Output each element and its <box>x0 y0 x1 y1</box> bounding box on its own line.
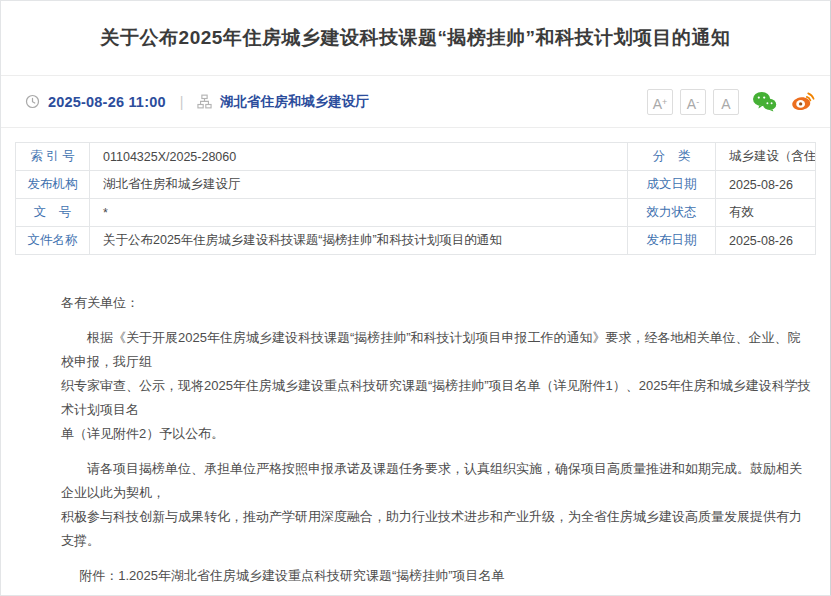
index-number-label: 索 引 号 <box>16 143 90 171</box>
paragraph-1: 根据《关于开展2025年住房城乡建设科技课题“揭榜挂帅”和科技计划项目申报工作的… <box>61 326 811 446</box>
attachment-item-1: 1.2025年湖北省住房城乡建设重点科技研究课题“揭榜挂帅”项目名单 <box>118 568 504 583</box>
meta-separator: | <box>180 94 184 110</box>
meta-right: A+ A- A <box>647 89 816 115</box>
paragraph-2: 请各项目揭榜单位、承担单位严格按照申报承诺及课题任务要求，认真组织实施，确保项目… <box>61 457 811 553</box>
table-row: 索 引 号 01104325X/2025-28060 分 类 城乡建设（含住房） <box>16 143 816 171</box>
font-decrease-label: A <box>687 96 696 112</box>
index-number-value: 01104325X/2025-28060 <box>90 143 628 171</box>
category-label: 分 类 <box>628 143 716 171</box>
doc-number-value: * <box>90 199 628 227</box>
issue-date-value: 2025-08-26 <box>716 171 816 199</box>
doc-title-label: 文件名称 <box>16 227 90 255</box>
title-band: 关于公布2025年住房城乡建设科技课题“揭榜挂帅”和科技计划项目的通知 <box>1 1 830 76</box>
salutation: 各有关单位： <box>61 291 811 315</box>
table-row: 文 号 * 效力状态 有效 <box>16 199 816 227</box>
paragraph-line: 根据《关于开展2025年住房城乡建设科技课题“揭榜挂帅”和科技计划项目申报工作的… <box>61 326 811 374</box>
paragraph-line: 单（详见附件2）予以公布。 <box>61 422 811 446</box>
attachments-label: 附件： <box>79 568 118 583</box>
document-info-table: 索 引 号 01104325X/2025-28060 分 类 城乡建设（含住房）… <box>15 142 816 255</box>
validity-label: 效力状态 <box>628 199 716 227</box>
issuing-agency-label: 发布机构 <box>16 171 90 199</box>
publish-datetime: 2025-08-26 11:00 <box>48 94 166 110</box>
attachments-line-1: 附件：1.2025年湖北省住房城乡建设重点科技研究课题“揭榜挂帅”项目名单 <box>61 564 811 588</box>
document-body: 各有关单位： 根据《关于开展2025年住房城乡建设科技课题“揭榜挂帅”和科技计划… <box>1 255 830 596</box>
font-decrease-sup: - <box>696 97 699 107</box>
paragraph-line: 积极参与科技创新与成果转化，推动产学研用深度融合，助力行业技术进步和产业升级，为… <box>61 505 811 553</box>
font-increase-label: A <box>653 96 662 112</box>
paragraph-line: 织专家审查、公示，现将2025年住房城乡建设重点科技研究课题“揭榜挂帅”项目名单… <box>61 374 811 422</box>
publish-date-label: 发布日期 <box>628 227 716 255</box>
font-reset-label: A <box>721 96 730 112</box>
font-increase-sup: + <box>662 97 667 107</box>
notice-page: 关于公布2025年住房城乡建设科技课题“揭榜挂帅”和科技计划项目的通知 2025… <box>0 0 831 596</box>
category-value: 城乡建设（含住房） <box>716 143 816 171</box>
doc-number-label: 文 号 <box>16 199 90 227</box>
meta-left: 2025-08-26 11:00 | 湖北省住房和城乡建设厅 <box>25 93 369 111</box>
meta-bar: 2025-08-26 11:00 | 湖北省住房和城乡建设厅 A+ A- A <box>1 76 830 128</box>
page-title: 关于公布2025年住房城乡建设科技课题“揭榜挂帅”和科技计划项目的通知 <box>101 25 731 51</box>
font-decrease-button[interactable]: A- <box>680 89 706 115</box>
paragraph-line: 请各项目揭榜单位、承担单位严格按照申报承诺及课题任务要求，认真组织实施，确保项目… <box>61 457 811 505</box>
doc-title-value: 关于公布2025年住房城乡建设科技课题“揭榜挂帅”和科技计划项目的通知 <box>90 227 628 255</box>
validity-value: 有效 <box>716 199 816 227</box>
wechat-share-icon[interactable] <box>752 91 777 112</box>
table-row: 发布机构 湖北省住房和城乡建设厅 成文日期 2025-08-26 <box>16 171 816 199</box>
font-reset-button[interactable]: A <box>713 89 739 115</box>
publish-date-value: 2025-08-26 <box>716 227 816 255</box>
table-row: 文件名称 关于公布2025年住房城乡建设科技课题“揭榜挂帅”和科技计划项目的通知… <box>16 227 816 255</box>
issue-date-label: 成文日期 <box>628 171 716 199</box>
clock-icon <box>25 94 40 109</box>
source-department-link[interactable]: 湖北省住房和城乡建设厅 <box>220 93 369 111</box>
font-increase-button[interactable]: A+ <box>647 89 673 115</box>
issuing-agency-value: 湖北省住房和城乡建设厅 <box>90 171 628 199</box>
weibo-share-icon[interactable] <box>790 91 816 113</box>
sitemap-icon <box>197 94 212 109</box>
